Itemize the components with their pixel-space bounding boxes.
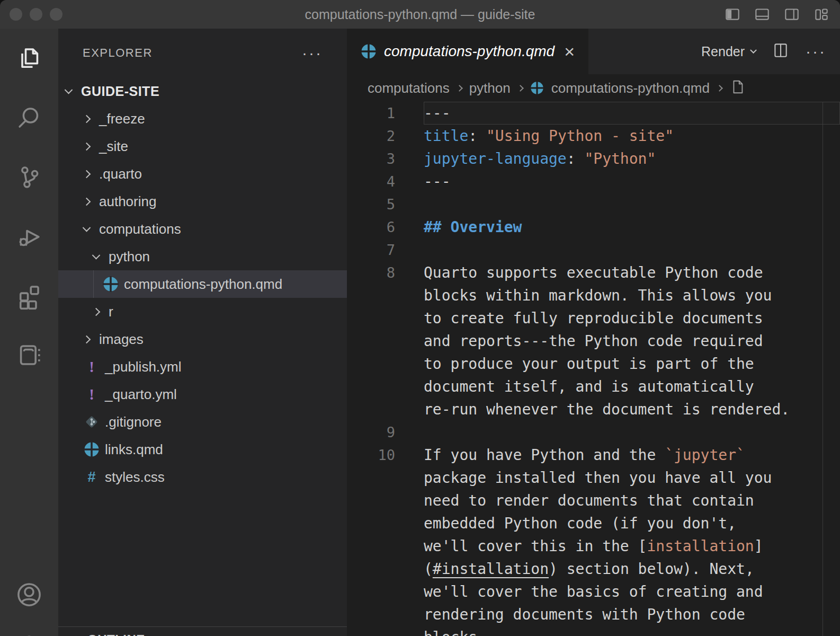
tree-item-label: GUIDE-SITE [81,84,159,99]
tree-item--freeze[interactable]: _freeze [58,105,347,132]
vscode-window: computations-python.qmd — guide-site [0,0,840,636]
search-icon[interactable] [0,88,58,147]
render-label: Render [701,44,745,59]
accounts-icon[interactable] [0,565,58,624]
code-line: 6## Overview [347,216,840,238]
tree-item--publish-yml[interactable]: !_publish.yml [58,353,347,381]
line-number: 8 [347,261,424,284]
indent-guide [93,270,94,298]
run-debug-icon[interactable] [0,207,58,266]
code-line: and reports---the Python code required [347,330,840,352]
line-number: 1 [347,102,424,125]
chevron-right-icon [83,197,91,206]
toggle-panel-icon[interactable] [753,5,771,23]
line-number [347,375,424,398]
code-line: to produce your output is part of the [347,352,840,375]
window-title: computations-python.qmd — guide-site [0,7,840,22]
quarto-file-icon [530,81,544,95]
code-line: 5 [347,193,840,216]
tree-item--quarto-yml[interactable]: !_quarto.yml [58,381,347,408]
toggle-secondary-sidebar-icon[interactable] [783,5,801,23]
tree-item-styles-css[interactable]: #styles.css [58,463,347,491]
chevron-right-icon [83,170,91,178]
chevron-down-icon [750,47,757,54]
tree-item-r[interactable]: r [58,298,347,325]
editor-group: computations-python.qmd × Render ··· [347,29,840,636]
line-number: 9 [347,421,424,444]
breadcrumb: computations python computations-python.… [347,74,840,102]
render-button[interactable]: Render [701,44,756,59]
line-number [347,535,424,558]
tree-item--gitignore[interactable]: .gitignore [58,408,347,436]
tab-computations-python[interactable]: computations-python.qmd × [347,29,588,74]
code-line: 4--- [347,170,840,193]
tree-item--site[interactable]: _site [58,132,347,160]
explorer-sidebar: EXPLORER ··· GUIDE-SITE_freeze_site.quar… [58,29,347,636]
tree-item-label: links.qmd [105,441,163,458]
tree-item-label: .gitignore [105,414,162,430]
tree-item-label: images [99,331,144,348]
tree-item-label: .quarto [99,166,142,182]
code-line: 10If you have Python and the `jupyter` [347,444,840,466]
code-line: (#installation) section below). Next, [347,558,840,580]
line-number: 3 [347,147,424,170]
line-number [347,489,424,512]
line-number [347,558,424,580]
remote-explorer-icon[interactable] [0,325,58,385]
line-number: 6 [347,216,424,238]
explorer-more-actions-icon[interactable]: ··· [302,50,323,56]
extensions-icon[interactable] [0,266,58,325]
close-tab-icon[interactable]: × [562,43,577,59]
tree-item-computations[interactable]: computations [58,215,347,243]
outline-section[interactable]: OUTLINE [58,626,347,636]
code-editor[interactable]: 1---2title: "Using Python - site"3jupyte… [347,102,840,636]
code-line: blocks within markdown. This allows you [347,284,840,307]
settings-gear-icon[interactable] [19,632,40,636]
chevron-right-icon [456,85,463,92]
quarto-file-icon [361,43,377,59]
split-editor-icon[interactable] [772,41,790,61]
tab-title: computations-python.qmd [384,43,555,60]
line-number: 2 [347,125,424,147]
code-line: 2title: "Using Python - site" [347,125,840,147]
tree-item-label: _publish.yml [105,359,182,375]
toggle-sidebar-icon[interactable] [723,5,741,23]
chevron-down-icon [65,85,73,94]
chevron-right-icon [716,85,723,92]
tree-item--quarto[interactable]: .quarto [58,160,347,188]
editor-more-actions-icon[interactable]: ··· [806,49,826,54]
chevron-right-icon [517,85,524,92]
breadcrumb-file[interactable]: computations-python.qmd [551,80,710,96]
chevron-right-icon [83,335,91,343]
tree-item-python[interactable]: python [58,243,347,270]
tab-bar: computations-python.qmd × Render ··· [347,29,840,74]
line-number [347,352,424,375]
tree-item-guide-site[interactable]: GUIDE-SITE [58,77,347,105]
tree-item-authoring[interactable]: authoring [58,188,347,215]
customize-layout-icon[interactable] [812,5,830,23]
yaml-file-icon: ! [84,386,100,402]
outline-header: OUTLINE [87,632,145,636]
source-control-icon[interactable] [0,147,58,207]
quarto-file-icon [84,441,100,457]
explorer-header: EXPLORER [83,46,153,60]
line-number [347,398,424,421]
line-number: 10 [347,444,424,466]
tree-item-links-qmd[interactable]: links.qmd [58,436,347,463]
tree-item-label: computations [99,221,181,237]
title-bar: computations-python.qmd — guide-site [0,0,840,29]
line-number: 4 [347,170,424,193]
tree-item-images[interactable]: images [58,325,347,353]
breadcrumb-python[interactable]: python [469,80,511,96]
line-number [347,580,424,603]
git-file-icon [84,414,100,430]
code-line: 1--- [347,102,840,125]
code-line: document itself, and is automatically [347,375,840,398]
breadcrumb-computations[interactable]: computations [368,80,450,96]
tree-item-label: computations-python.qmd [124,276,282,293]
tree-item-computations-python-qmd[interactable]: computations-python.qmd [58,270,347,298]
activity-bar [0,29,58,636]
code-line: 8Quarto supports executable Python code [347,261,840,284]
code-line: 9 [347,421,840,444]
explorer-icon[interactable] [0,29,58,88]
